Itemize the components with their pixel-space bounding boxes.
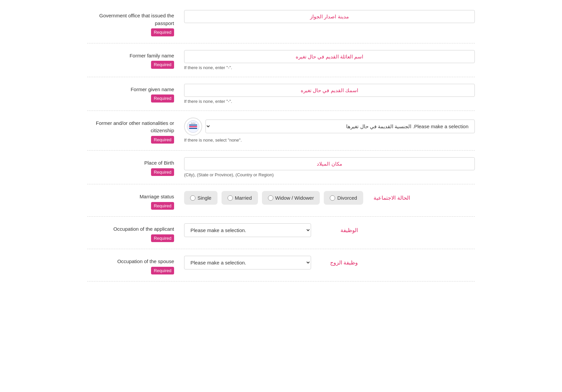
occupation-spouse-row: Occupation of the spouse Required Please… xyxy=(87,249,475,281)
radio-divorced-label: Divorced xyxy=(337,195,357,201)
occupation-applicant-label: Occupation of the applicant xyxy=(113,225,174,233)
occupation-applicant-required: Required xyxy=(151,234,174,242)
marriage-status-input-col: Single Married Widow / Widower Divorced xyxy=(181,191,475,205)
former-family-name-required: Required xyxy=(151,61,174,69)
govt-office-input[interactable] xyxy=(184,10,475,23)
former-family-name-input-col: If there is none, enter "-". xyxy=(181,50,475,70)
occupation-applicant-arabic-label: الوظيفة xyxy=(318,227,358,233)
nationality-input-col: تراميل Please make a selection. الجنسية … xyxy=(181,118,475,143)
former-given-name-required: Required xyxy=(151,94,174,103)
occupation-applicant-input-col: Please make a selection. الوظيفة xyxy=(181,223,475,237)
occupation-applicant-label-col: Occupation of the applicant Required xyxy=(87,223,181,242)
former-family-name-input[interactable] xyxy=(184,50,475,63)
marriage-option-divorced[interactable]: Divorced xyxy=(324,191,363,205)
form-container: Government office that issued the passpo… xyxy=(81,0,481,285)
occupation-spouse-select[interactable]: Please make a selection. xyxy=(184,256,311,269)
svg-rect-1 xyxy=(189,125,197,126)
occupation-spouse-required: Required xyxy=(151,267,174,275)
place-of-birth-input-col: (City), (State or Province), (Country or… xyxy=(181,157,475,177)
place-of-birth-label: Place of Birth xyxy=(144,159,174,167)
marriage-status-required: Required xyxy=(151,202,174,210)
occupation-spouse-arabic-label: وظيفة الزوج xyxy=(318,259,358,266)
place-of-birth-label-col: Place of Birth Required xyxy=(87,157,181,176)
former-given-name-input[interactable] xyxy=(184,84,475,97)
nationality-hint: If there is none, select "none". xyxy=(184,138,475,143)
former-family-name-hint: If there is none, enter "-". xyxy=(184,65,475,70)
occupation-spouse-label: Occupation of the spouse xyxy=(117,258,174,265)
radio-married[interactable] xyxy=(228,195,233,201)
former-given-name-hint: If there is none, enter "-". xyxy=(184,99,475,104)
marriage-option-single[interactable]: Single xyxy=(184,191,218,205)
nationality-select-row: تراميل Please make a selection. الجنسية … xyxy=(184,118,475,136)
place-of-birth-required: Required xyxy=(151,168,174,176)
radio-married-label: Married xyxy=(235,195,252,201)
marriage-options-row: Single Married Widow / Widower Divorced xyxy=(184,191,475,205)
govt-office-label: Government office that issued the passpo… xyxy=(87,12,174,27)
nationality-label-col: Former and/or other nationalities or cit… xyxy=(87,118,181,144)
former-given-name-input-col: If there is none, enter "-". xyxy=(181,84,475,104)
radio-widow-label: Widow / Widower xyxy=(275,195,314,201)
occupation-applicant-select[interactable]: Please make a selection. xyxy=(184,223,311,237)
marriage-option-widow[interactable]: Widow / Widower xyxy=(262,191,320,205)
occupation-spouse-label-col: Occupation of the spouse Required xyxy=(87,256,181,274)
logo-circle: تراميل xyxy=(184,118,202,136)
govt-office-required: Required xyxy=(151,28,174,36)
former-family-name-label-col: Former family name Required xyxy=(87,50,181,69)
marriage-status-row: Marriage status Required Single Married xyxy=(87,184,475,217)
marriage-status-label-col: Marriage status Required xyxy=(87,191,181,210)
logo-icon: تراميل xyxy=(186,120,200,133)
svg-rect-2 xyxy=(189,126,197,127)
former-family-name-row: Former family name Required If there is … xyxy=(87,43,475,77)
place-of-birth-row: Place of Birth Required (City), (State o… xyxy=(87,151,475,184)
marriage-options-group: Single Married Widow / Widower Divorced xyxy=(184,191,363,205)
former-given-name-label: Former given name xyxy=(131,86,174,93)
radio-divorced[interactable] xyxy=(330,195,335,201)
nationality-select[interactable]: Please make a selection. الجنسية القديمة… xyxy=(205,120,475,133)
occupation-spouse-wrap: Please make a selection. وظيفة الزوج xyxy=(184,256,475,269)
marriage-option-married[interactable]: Married xyxy=(222,191,258,205)
svg-rect-3 xyxy=(189,128,197,129)
nationality-required: Required xyxy=(151,136,174,144)
radio-single-label: Single xyxy=(197,195,212,201)
nationality-label: Former and/or other nationalities or cit… xyxy=(87,120,174,135)
govt-office-row: Government office that issued the passpo… xyxy=(87,3,475,43)
govt-office-input-col xyxy=(181,10,475,23)
marriage-arabic-label: الحالة الاجتماعية xyxy=(370,195,410,201)
occupation-applicant-row: Occupation of the applicant Required Ple… xyxy=(87,217,475,249)
radio-widow[interactable] xyxy=(268,195,273,201)
svg-text:تراميل: تراميل xyxy=(191,122,196,124)
occupation-spouse-input-col: Please make a selection. وظيفة الزوج xyxy=(181,256,475,269)
place-of-birth-hint: (City), (State or Province), (Country or… xyxy=(184,172,475,177)
former-family-name-label: Former family name xyxy=(130,52,174,60)
radio-single[interactable] xyxy=(190,195,195,201)
govt-office-label-col: Government office that issued the passpo… xyxy=(87,10,181,36)
marriage-status-label: Marriage status xyxy=(140,193,174,201)
former-given-name-label-col: Former given name Required xyxy=(87,84,181,103)
place-of-birth-input[interactable] xyxy=(184,157,475,170)
nationality-row: Former and/or other nationalities or cit… xyxy=(87,111,475,151)
occupation-applicant-wrap: Please make a selection. الوظيفة xyxy=(184,223,475,237)
former-given-name-row: Former given name Required If there is n… xyxy=(87,77,475,111)
